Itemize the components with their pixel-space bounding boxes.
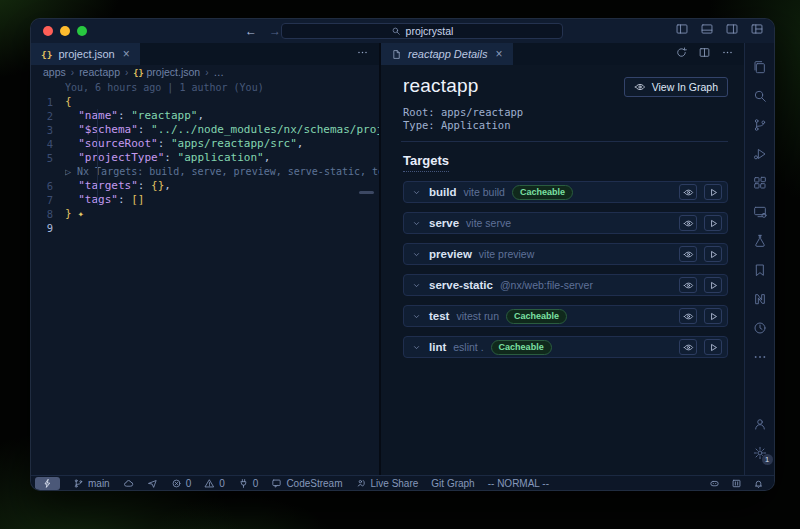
target-row-serve-static[interactable]: serve-static@nx/web:file-server [403, 274, 728, 296]
view-target-button[interactable] [679, 308, 697, 324]
eye-icon [683, 280, 694, 291]
activity-explorer[interactable] [747, 52, 773, 81]
close-window-button[interactable] [43, 26, 53, 36]
tab-label: project.json [58, 48, 114, 60]
status-git-branch[interactable]: main [73, 478, 110, 489]
chevron-down-icon[interactable] [411, 280, 422, 291]
target-row-lint[interactable]: linteslint .Cacheable [403, 336, 728, 358]
toggle-secondary-sidebar-button[interactable] [725, 22, 739, 40]
activity-testing[interactable] [747, 226, 773, 255]
editor-more-actions-button[interactable] [356, 45, 369, 63]
chevron-down-icon[interactable] [411, 249, 422, 260]
chevron-down-icon[interactable] [411, 342, 422, 353]
status-vim-mode[interactable]: -- NORMAL -- [488, 478, 549, 489]
run-target-button[interactable] [704, 246, 722, 262]
activity-extensions[interactable] [747, 168, 773, 197]
command-center-search[interactable]: projcrystal [281, 23, 563, 39]
search-value: projcrystal [406, 25, 454, 37]
view-target-button[interactable] [679, 215, 697, 231]
editor-more-actions-icon [356, 46, 369, 59]
more-actions-button[interactable] [721, 45, 734, 63]
blame-annotation[interactable]: You, 6 hours ago | 1 author (You) [31, 81, 379, 95]
target-row-serve[interactable]: servevite serve [403, 212, 728, 234]
activity-remote-explorer[interactable] [747, 197, 773, 226]
vscode-window: ← → projcrystal {} project.json × ap [30, 18, 775, 491]
play-icon [708, 342, 719, 353]
activity-accounts[interactable] [747, 409, 773, 438]
line-number [31, 165, 65, 179]
view-target-button[interactable] [679, 184, 697, 200]
line-content: "tags": [] [65, 193, 379, 207]
status-live-share[interactable]: Live Share [356, 478, 419, 489]
status-git-graph[interactable]: Git Graph [431, 478, 474, 489]
target-row-preview[interactable]: previewvite preview [403, 243, 728, 265]
status-notifications[interactable] [753, 478, 764, 489]
run-target-button[interactable] [704, 339, 722, 355]
tab-project-json[interactable]: {} project.json × [31, 43, 140, 65]
activity-run-and-debug[interactable] [747, 139, 773, 168]
maximize-window-button[interactable] [77, 26, 87, 36]
status-publish-changes[interactable] [123, 478, 134, 489]
target-command: vitest run [456, 310, 499, 322]
split-editor-button[interactable] [698, 45, 711, 63]
minimize-window-button[interactable] [60, 26, 70, 36]
refresh-view-button[interactable] [675, 45, 688, 63]
code-line: 1{ [31, 95, 379, 109]
cacheable-badge: Cacheable [512, 185, 573, 200]
view-target-button[interactable] [679, 277, 697, 293]
close-tab-icon[interactable]: × [496, 47, 503, 61]
view-in-graph-button[interactable]: View In Graph [624, 77, 728, 97]
customize-layout-button[interactable] [750, 22, 764, 40]
breadcrumb-item-project-json[interactable]: {} project.json [133, 66, 200, 78]
chevron-down-icon[interactable] [411, 218, 422, 229]
breadcrumb-item-apps[interactable]: apps [43, 66, 66, 78]
activity-search[interactable] [747, 81, 773, 110]
additional-views-icon [752, 349, 768, 365]
run-target-button[interactable] [704, 277, 722, 293]
status-copilot-status[interactable] [709, 478, 720, 489]
activity-bookmarks[interactable] [747, 255, 773, 284]
navigate-back-button[interactable]: ← [245, 24, 257, 38]
status-warnings[interactable]: 0 [204, 478, 225, 489]
line-number: 1 [31, 95, 65, 109]
breadcrumb-item--[interactable]: … [214, 66, 225, 78]
code-editor[interactable]: You, 6 hours ago | 1 author (You)1{2 "na… [31, 79, 379, 475]
accounts-icon [752, 416, 768, 432]
nx-targets-codelens[interactable]: ▷ Nx Targets: build, serve, preview, ser… [31, 165, 379, 179]
status-editor-layout-status[interactable] [731, 478, 742, 489]
run-target-button[interactable] [704, 308, 722, 324]
run-target-button[interactable] [704, 215, 722, 231]
scrollbar-mark[interactable] [359, 191, 374, 194]
chevron-down-icon[interactable] [411, 187, 422, 198]
target-command: vite serve [466, 217, 511, 229]
view-target-button[interactable] [679, 246, 697, 262]
status-runner[interactable] [147, 478, 158, 489]
status-ports[interactable]: 0 [238, 478, 259, 489]
status-remote-indicator[interactable] [35, 477, 60, 490]
status-errors[interactable]: 0 [171, 478, 192, 489]
activity-additional-views[interactable] [747, 342, 773, 371]
target-row-test[interactable]: testvitest runCacheable [403, 305, 728, 327]
toggle-panel-icon [700, 22, 714, 36]
line-number: 6 [31, 179, 65, 193]
target-name: serve [429, 217, 459, 229]
line-number: 4 [31, 137, 65, 151]
activity-nx-console[interactable] [747, 284, 773, 313]
toggle-primary-sidebar-button[interactable] [675, 22, 689, 40]
target-row-build[interactable]: buildvite buildCacheable [403, 181, 728, 203]
view-target-button[interactable] [679, 339, 697, 355]
close-tab-icon[interactable]: × [123, 47, 130, 61]
status-label: Git Graph [431, 478, 474, 489]
tab-reactapp-details[interactable]: reactapp Details × [381, 43, 513, 65]
activity-time-tracker[interactable] [747, 313, 773, 342]
toggle-panel-button[interactable] [700, 22, 714, 40]
navigate-forward-button[interactable]: → [269, 24, 281, 38]
breadcrumb-item-reactapp[interactable]: reactapp [79, 66, 120, 78]
run-target-button[interactable] [704, 184, 722, 200]
target-name: serve-static [429, 279, 493, 291]
activity-settings[interactable]: 1 [747, 438, 773, 467]
line-content [65, 221, 379, 235]
status-codestream[interactable]: CodeStream [271, 478, 342, 489]
chevron-down-icon[interactable] [411, 311, 422, 322]
activity-source-control[interactable] [747, 110, 773, 139]
